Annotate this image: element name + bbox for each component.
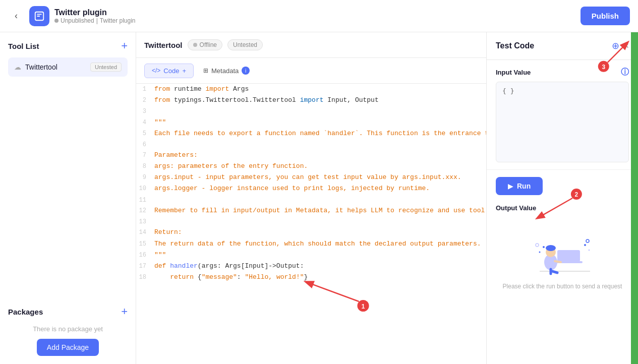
- input-value-box[interactable]: { }: [496, 82, 629, 162]
- back-button[interactable]: ‹: [8, 8, 24, 24]
- tool-item-name: Twittertool: [25, 63, 57, 71]
- code-content[interactable]: 1from runtime import Args 2from typings.…: [136, 84, 486, 364]
- tool-item-left: ☁ Twittertool: [14, 63, 57, 71]
- code-line-2: 2from typings.Twittertool.Twittertool im…: [136, 95, 486, 106]
- code-line-1: 1from runtime import Args: [136, 84, 486, 95]
- main-layout: Tool List + ☁ Twittertool Untested Packa…: [0, 32, 638, 364]
- status-dot: [54, 19, 59, 23]
- unpublished-label: Unpublished: [61, 17, 94, 24]
- packages-section: Packages + There is no package yet Add P…: [8, 306, 128, 356]
- code-line-7: 7Parameters:: [136, 150, 486, 161]
- code-line-6: 6: [136, 139, 486, 150]
- play-icon: ▶: [508, 183, 513, 190]
- code-line-12: 12Remember to fill in input/output in Me…: [136, 205, 486, 216]
- input-value-section: Input Value ⓘ { }: [487, 60, 638, 170]
- app-title: Twitter plugin Unpublished | Twitter plu…: [54, 8, 136, 24]
- code-line-18: 18 return {"message": "Hello, world!"}: [136, 272, 486, 283]
- code-panel: Twittertool Offline Untested </> Code + …: [136, 32, 487, 364]
- code-tab-plus: +: [182, 67, 186, 75]
- svg-point-25: [589, 250, 590, 251]
- run-label: Run: [517, 182, 531, 190]
- untested-badge: Untested: [227, 39, 263, 50]
- publish-button[interactable]: Publish: [581, 7, 630, 25]
- tool-list-header: Tool List +: [8, 40, 128, 51]
- empty-illustration: [530, 226, 595, 279]
- tab-code[interactable]: </> Code +: [144, 64, 194, 78]
- code-line-3: 3: [136, 106, 486, 116]
- svg-line-19: [555, 261, 561, 262]
- code-line-5: 5Each file needs to export a function na…: [136, 128, 486, 139]
- code-tab-label: Code: [163, 67, 179, 75]
- svg-point-18: [546, 245, 556, 251]
- tool-list-title: Tool List: [8, 42, 39, 50]
- offline-badge: Offline: [188, 39, 222, 50]
- app-subtitle: Unpublished | Twitter plugin: [54, 17, 136, 24]
- tool-item[interactable]: ☁ Twittertool Untested: [8, 57, 128, 77]
- code-line-15: 15The return data of the function, which…: [136, 238, 486, 250]
- right-stripe: [631, 32, 638, 364]
- breadcrumb: Twitter plugin: [100, 17, 136, 24]
- output-hint-text: Please click the run button to send a re…: [503, 279, 622, 294]
- add-package-button[interactable]: Add Package: [37, 339, 99, 356]
- svg-point-23: [539, 252, 541, 253]
- output-value-label: Output Value: [496, 202, 629, 212]
- svg-line-21: [552, 271, 557, 273]
- test-panel: 2 3 Test Code ⊕ × Input Value ⓘ { } ▶: [487, 32, 638, 364]
- packages-title: Packages: [8, 308, 43, 316]
- svg-point-24: [584, 244, 586, 246]
- metadata-tab-label: Metadata: [211, 67, 239, 75]
- tab-metadata[interactable]: ⊞ Metadata i: [196, 63, 257, 78]
- code-line-11: 11: [136, 195, 486, 205]
- output-illustration: Please click the run button to send a re…: [496, 216, 629, 299]
- add-tool-button[interactable]: +: [121, 40, 128, 51]
- expand-icon[interactable]: ⊕: [612, 40, 619, 51]
- svg-point-22: [543, 246, 545, 248]
- code-line-4: 4""": [136, 117, 486, 128]
- header-left: ‹ Twitter plugin Unpublished | Twitter p…: [8, 6, 136, 26]
- code-line-14: 14Return:: [136, 227, 486, 238]
- app-name: Twitter plugin: [54, 8, 136, 17]
- code-line-17: 17def handler(args: Args[Input]->Output:: [136, 261, 486, 272]
- code-line-16: 16""": [136, 250, 486, 261]
- test-panel-title: Test Code: [496, 41, 534, 50]
- run-section: ▶ Run: [487, 170, 638, 202]
- metadata-info-icon: i: [242, 67, 250, 75]
- tool-status-badge: Untested: [90, 63, 122, 72]
- close-button[interactable]: ×: [623, 41, 629, 51]
- code-tab-icon: </>: [152, 67, 160, 74]
- add-package-icon-button[interactable]: +: [121, 306, 128, 317]
- code-line-10: 10args.logger - logger instance used to …: [136, 183, 486, 194]
- input-info-icon: ⓘ: [621, 67, 629, 78]
- cloud-icon: ☁: [14, 63, 21, 71]
- svg-rect-15: [557, 250, 580, 262]
- test-panel-header: Test Code ⊕ ×: [487, 32, 638, 60]
- offline-dot: [193, 43, 197, 47]
- packages-header: Packages +: [8, 306, 128, 317]
- input-value-label: Input Value ⓘ: [496, 67, 629, 78]
- code-line-13: 13: [136, 216, 486, 227]
- app-icon: [29, 6, 49, 26]
- code-line-8: 8args: parameters of the entry function.: [136, 161, 486, 172]
- svg-point-27: [586, 239, 589, 242]
- no-package-text: There is no package yet: [8, 325, 128, 333]
- code-line-9: 9args.input - input parameters, you can …: [136, 172, 486, 183]
- header: ‹ Twitter plugin Unpublished | Twitter p…: [0, 0, 638, 32]
- input-value-text: { }: [502, 87, 514, 95]
- metadata-tab-icon: ⊞: [203, 67, 208, 74]
- code-panel-header: Twittertool Offline Untested: [136, 32, 486, 58]
- code-tabs: </> Code + ⊞ Metadata i: [136, 58, 486, 84]
- sidebar: Tool List + ☁ Twittertool Untested Packa…: [0, 32, 136, 364]
- offline-label: Offline: [200, 41, 217, 48]
- svg-point-26: [536, 244, 539, 247]
- code-panel-title: Twittertool: [144, 41, 183, 49]
- output-section: Output Value: [487, 202, 638, 299]
- run-button[interactable]: ▶ Run: [496, 177, 543, 195]
